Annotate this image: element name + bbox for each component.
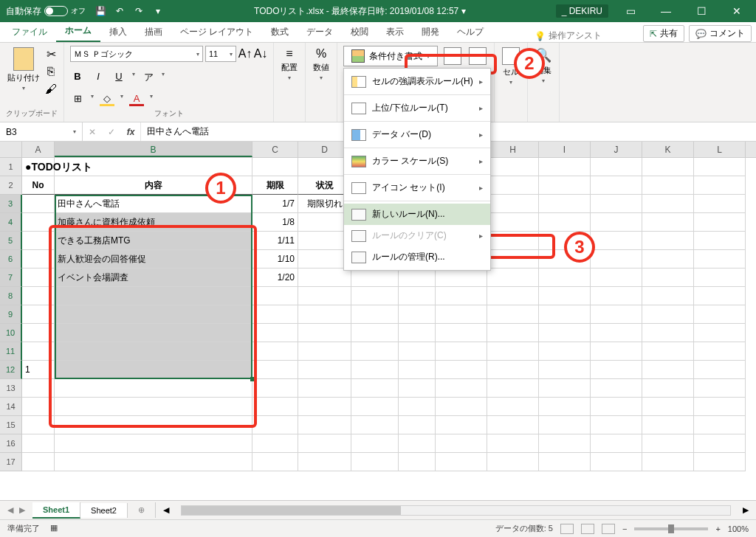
cell-H6[interactable]	[487, 250, 539, 268]
cell-K8[interactable]	[642, 287, 694, 305]
zoom-in-icon[interactable]: +	[715, 524, 720, 533]
cell-A1[interactable]: ●TODOリスト	[22, 158, 55, 176]
cell-L15[interactable]	[694, 416, 746, 434]
cell-L8[interactable]	[694, 287, 746, 305]
cell-I3[interactable]	[539, 195, 591, 213]
conditional-formatting-button[interactable]: 条件付き書式▾	[343, 46, 438, 66]
paste-button[interactable]: 貼り付け ▾	[6, 46, 41, 93]
colhead-K[interactable]: K	[642, 142, 694, 157]
cell-L16[interactable]	[694, 434, 746, 453]
cell-C3[interactable]: 1/7	[252, 195, 298, 213]
share-button[interactable]: ⇱共有	[643, 25, 684, 42]
cell-F11[interactable]	[399, 342, 436, 361]
cell-A10[interactable]	[22, 324, 55, 342]
cell-A11[interactable]	[22, 342, 55, 361]
cell-A15[interactable]	[22, 416, 55, 434]
cell-K6[interactable]	[642, 250, 694, 268]
view-normal-icon[interactable]	[560, 524, 574, 534]
cell-L13[interactable]	[694, 379, 746, 398]
cell-C1[interactable]	[252, 158, 298, 176]
cell-K1[interactable]	[642, 158, 694, 176]
cell-L12[interactable]	[694, 361, 746, 379]
cell-F12[interactable]	[399, 361, 436, 379]
cell-H10[interactable]	[487, 324, 539, 342]
hscroll-right-icon[interactable]: ▶	[743, 505, 749, 515]
cell-E7[interactable]	[351, 268, 399, 287]
cell-D11[interactable]	[298, 342, 351, 361]
underline-button[interactable]: U	[111, 71, 126, 84]
cell-I11[interactable]	[539, 342, 591, 361]
sheet-tab-2[interactable]: Sheet2	[80, 503, 128, 518]
format-painter-icon[interactable]: 🖌	[44, 83, 58, 96]
cell-J14[interactable]	[591, 398, 642, 416]
menu-new-rule[interactable]: 新しいルール(N)...	[344, 204, 490, 225]
cell-D13[interactable]	[298, 379, 351, 398]
cell-D10[interactable]	[298, 324, 351, 342]
cell-K4[interactable]	[642, 213, 694, 232]
cell-A7[interactable]	[22, 268, 55, 287]
cell-J1[interactable]	[591, 158, 642, 176]
phonetic-icon[interactable]: ア	[141, 71, 156, 84]
cell-H14[interactable]	[487, 398, 539, 416]
cell-B10[interactable]	[55, 324, 252, 342]
cell-I9[interactable]	[539, 305, 591, 324]
rowhead-11[interactable]: 11	[0, 342, 22, 361]
menu-icon-sets[interactable]: アイコン セット(I)▸	[344, 177, 490, 198]
cell-F8[interactable]	[399, 287, 436, 305]
rowhead-13[interactable]: 13	[0, 379, 22, 398]
cell-D8[interactable]	[298, 287, 351, 305]
cell-C17[interactable]	[252, 453, 298, 471]
enter-icon[interactable]: ✓	[102, 127, 121, 137]
cell-J13[interactable]	[591, 379, 642, 398]
cell-H1[interactable]	[487, 158, 539, 176]
cell-B17[interactable]	[55, 453, 252, 471]
colhead-C[interactable]: C	[252, 142, 298, 157]
view-pagelayout-icon[interactable]	[581, 524, 594, 534]
cell-H12[interactable]	[487, 361, 539, 379]
tab-review[interactable]: 校閲	[342, 22, 377, 42]
italic-button[interactable]: I	[91, 71, 106, 84]
cell-B12[interactable]	[55, 361, 252, 379]
fill-color-button[interactable]: ◇	[100, 93, 114, 106]
sheet-nav-prev-icon[interactable]: ◀	[7, 505, 13, 515]
cell-C5[interactable]: 1/11	[252, 232, 298, 250]
fx-icon[interactable]: fx	[121, 127, 140, 137]
cell-G17[interactable]	[436, 453, 487, 471]
tell-me[interactable]: 💡 操作アシスト	[535, 30, 602, 42]
cell-H7[interactable]	[487, 268, 539, 287]
cell-I12[interactable]	[539, 361, 591, 379]
cell-F7[interactable]	[399, 268, 436, 287]
cell-I10[interactable]	[539, 324, 591, 342]
cell-F16[interactable]	[399, 434, 436, 453]
macro-record-icon[interactable]: ▦	[50, 523, 58, 534]
cell-C13[interactable]	[252, 379, 298, 398]
cell-H16[interactable]	[487, 434, 539, 453]
cell-J9[interactable]	[591, 305, 642, 324]
cell-K15[interactable]	[642, 416, 694, 434]
cell-K2[interactable]	[642, 176, 694, 195]
cell-F13[interactable]	[399, 379, 436, 398]
increase-font-icon[interactable]: A↑	[238, 47, 252, 60]
menu-top-bottom-rules[interactable]: 上位/下位ルール(T)▸	[344, 97, 490, 119]
fill-handle[interactable]	[250, 377, 255, 381]
cell-H3[interactable]	[487, 195, 539, 213]
cell-K12[interactable]	[642, 361, 694, 379]
cell-H2[interactable]	[487, 176, 539, 195]
cell-F15[interactable]	[399, 416, 436, 434]
minimize-button[interactable]: —	[653, 1, 679, 21]
cell-J12[interactable]	[591, 361, 642, 379]
cell-D9[interactable]	[298, 305, 351, 324]
cell-K5[interactable]	[642, 232, 694, 250]
cell-K7[interactable]	[642, 268, 694, 287]
cell-K10[interactable]	[642, 324, 694, 342]
maximize-button[interactable]: ☐	[688, 1, 715, 21]
cell-I13[interactable]	[539, 379, 591, 398]
menu-highlight-rules[interactable]: セルの強調表示ルール(H)▸	[344, 71, 490, 92]
font-size-select[interactable]: 11▾	[205, 46, 236, 62]
cell-J10[interactable]	[591, 324, 642, 342]
rowhead-14[interactable]: 14	[0, 398, 22, 416]
rowhead-12[interactable]: 12	[0, 361, 22, 379]
rowhead-15[interactable]: 15	[0, 416, 22, 434]
cell-B9[interactable]	[55, 305, 252, 324]
tab-home[interactable]: ホーム	[56, 21, 100, 42]
